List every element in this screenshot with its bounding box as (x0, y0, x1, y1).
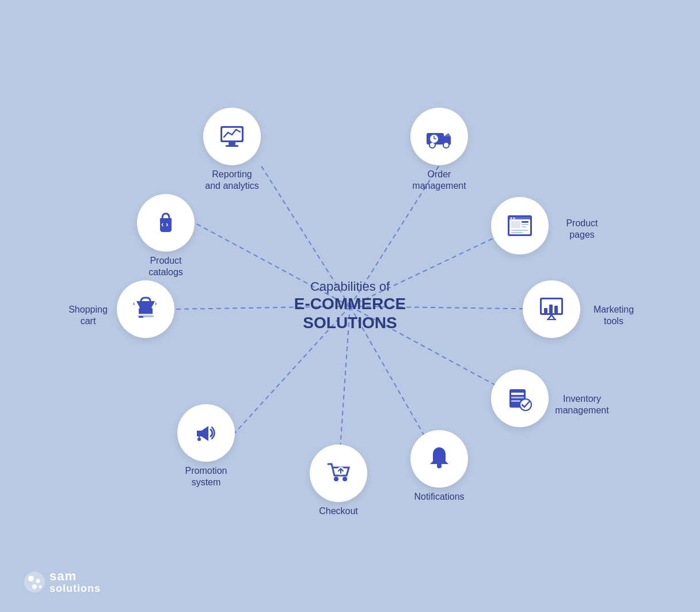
label-checkout: Checkout (319, 505, 358, 518)
svg-point-23 (511, 217, 512, 219)
node-promotion: Promotionsystem (177, 404, 235, 489)
logo: sam solutions (23, 569, 101, 595)
label-reporting: Reportingand analytics (205, 169, 258, 193)
svg-rect-38 (511, 393, 524, 395)
label-promotion: Promotionsystem (185, 465, 227, 489)
circle-reporting (203, 108, 261, 165)
svg-point-50 (197, 438, 201, 441)
node-order: Ordermanagement (410, 108, 468, 193)
subtitle: Capabilities of (294, 279, 406, 294)
circle-promotion (177, 404, 235, 462)
svg-text:›: › (155, 301, 157, 307)
svg-point-63 (39, 586, 42, 588)
center-title: Capabilities of E-COMMERCE SOLUTIONS (294, 279, 406, 333)
circle-product-pages (491, 197, 549, 254)
circle-checkout (310, 444, 367, 502)
label-marketing: Marketingtools (594, 304, 634, 328)
svg-rect-26 (522, 221, 528, 223)
svg-point-61 (36, 579, 40, 583)
label-catalogs: Productcatalogs (149, 255, 183, 279)
svg-rect-34 (549, 305, 553, 313)
svg-rect-27 (522, 224, 528, 225)
circle-shopping: ‹ › (117, 280, 174, 338)
svg-rect-33 (544, 308, 547, 313)
svg-point-46 (343, 477, 347, 481)
node-reporting: Reportingand analytics (203, 108, 261, 193)
node-product-pages: Productpages (491, 197, 549, 282)
circle-inventory (491, 370, 549, 427)
svg-point-16 (443, 142, 449, 148)
svg-rect-28 (522, 226, 526, 227)
svg-rect-35 (554, 306, 558, 313)
circle-marketing (523, 280, 580, 338)
svg-rect-13 (226, 145, 238, 147)
label-shopping: Shoppingcart (69, 304, 108, 328)
node-shopping: ‹ › Shoppingcart (117, 280, 174, 366)
label-notifications: Notifications (414, 491, 464, 503)
svg-rect-22 (509, 217, 530, 219)
svg-point-15 (429, 142, 435, 148)
node-catalogs: ‹ › Productcatalogs (137, 194, 195, 279)
svg-rect-29 (511, 230, 528, 231)
svg-point-24 (513, 217, 515, 219)
label-product-pages: Productpages (566, 218, 598, 242)
svg-rect-55 (139, 316, 143, 318)
circle-catalogs: ‹ › (137, 194, 195, 252)
svg-text:‹ ›: ‹ › (161, 220, 168, 229)
svg-point-60 (28, 576, 34, 581)
svg-rect-49 (197, 431, 201, 436)
svg-rect-30 (511, 232, 523, 233)
main-title: E-COMMERCE SOLUTIONS (294, 294, 406, 333)
circle-notifications (410, 430, 468, 488)
label-order: Ordermanagement (412, 169, 466, 193)
svg-point-59 (24, 572, 45, 592)
svg-point-62 (32, 584, 37, 589)
svg-rect-39 (511, 397, 524, 398)
label-inventory: Inventorymanagement (555, 393, 608, 417)
svg-rect-12 (229, 142, 235, 145)
node-marketing: Marketingtools (523, 280, 580, 366)
svg-point-44 (437, 463, 442, 468)
node-inventory: Inventorymanagement (491, 370, 549, 455)
node-checkout: Checkout (310, 444, 367, 518)
svg-rect-25 (511, 221, 520, 228)
svg-point-45 (334, 477, 338, 481)
svg-text:‹: ‹ (133, 301, 135, 307)
circle-order (410, 108, 468, 165)
node-notifications: Notifications (410, 430, 468, 503)
logo-text: sam solutions (50, 569, 101, 595)
svg-rect-40 (511, 400, 520, 402)
